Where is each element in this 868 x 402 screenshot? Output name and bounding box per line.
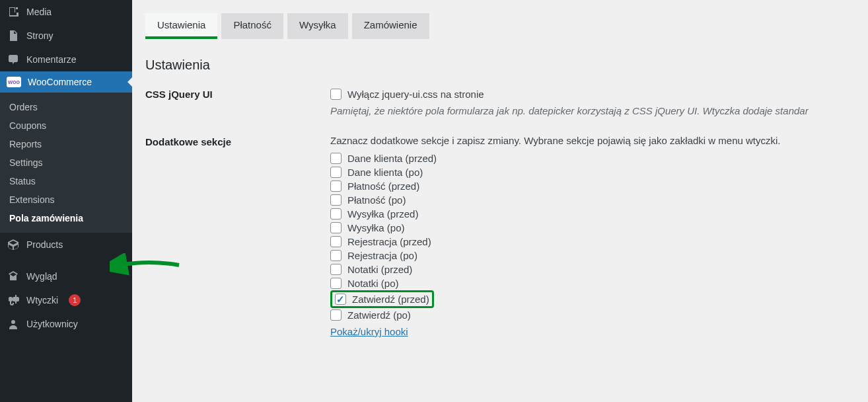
intro-text: Zaznacz dodatkowe sekcje i zapisz zmiany…	[330, 135, 855, 146]
row-css-jquery-ui: CSS jQuery UI Wyłącz jquery-ui.css na st…	[145, 87, 855, 116]
highlight-box: Zatwierdź (przed)	[330, 290, 434, 308]
checkbox-section-8[interactable]	[330, 264, 342, 275]
checkbox-section-1[interactable]	[330, 167, 342, 178]
sidebar-item-woocommerce[interactable]: woo WooCommerce	[0, 71, 132, 93]
checkbox-section-2[interactable]	[330, 181, 342, 192]
checkbox-disable-jquery-ui-css[interactable]	[330, 89, 342, 100]
checkbox-section-5[interactable]	[330, 222, 342, 233]
checkbox-section-11[interactable]	[330, 309, 342, 321]
form-label: CSS jQuery UI	[145, 87, 330, 100]
sidebar-sub-extensions[interactable]: Extensions	[0, 190, 132, 209]
appearance-icon	[7, 270, 20, 283]
checkbox-section-4[interactable]	[330, 208, 342, 220]
checkbox-section-0[interactable]	[330, 153, 342, 164]
checkbox-label: Płatność (przed)	[347, 181, 419, 192]
media-icon	[7, 5, 20, 19]
checkbox-label: Wysyłka (po)	[347, 222, 405, 233]
help-text: Pamiętaj, że niektóre pola formularza ja…	[330, 105, 855, 116]
sidebar-submenu: Orders Coupons Reports Settings Status E…	[0, 93, 132, 233]
checkbox-label: Zatwierdź (po)	[347, 309, 411, 321]
section-checkboxes: Dane klienta (przed)Dane klienta (po)Pła…	[330, 151, 855, 322]
checkbox-section-7[interactable]	[330, 250, 342, 261]
products-icon	[7, 238, 20, 251]
tab-wysylka[interactable]: Wysyłka	[287, 13, 348, 39]
sidebar-item-label: Products	[26, 239, 63, 250]
checkbox-label: Płatność (po)	[347, 194, 406, 206]
sidebar-item-pages[interactable]: Strony	[0, 24, 132, 48]
checkbox-label: Dane klienta (przed)	[347, 153, 437, 164]
checkbox-section-9[interactable]	[330, 278, 342, 289]
sidebar-item-label: Komentarze	[26, 54, 76, 65]
tabs: Ustawienia Płatność Wysyłka Zamówienie	[145, 13, 855, 39]
checkbox-label: Notatki (przed)	[347, 264, 412, 275]
checkbox-label: Rejestracja (przed)	[347, 236, 431, 247]
checkbox-label: Wyłącz jquery-ui.css na stronie	[347, 89, 484, 100]
sidebar-item-media[interactable]: Media	[0, 0, 132, 24]
pages-icon	[7, 29, 20, 42]
row-additional-sections: Dodatkowe sekcje Zaznacz dodatkowe sekcj…	[145, 135, 855, 337]
sidebar-sub-status[interactable]: Status	[0, 172, 132, 190]
sidebar-sub-orders[interactable]: Orders	[0, 98, 132, 116]
tab-zamowienie[interactable]: Zamówienie	[352, 13, 429, 39]
sidebar-sub-settings[interactable]: Settings	[0, 153, 132, 172]
sidebar-item-label: Strony	[26, 30, 53, 41]
svg-point-0	[11, 320, 15, 324]
sidebar-item-users[interactable]: Użytkownicy	[0, 312, 132, 336]
sidebar-item-label: Media	[26, 7, 52, 17]
woocommerce-icon: woo	[7, 77, 21, 87]
comments-icon	[7, 53, 20, 66]
sidebar-sub-coupons[interactable]: Coupons	[0, 116, 132, 135]
checkbox-section-10[interactable]	[335, 294, 346, 305]
sidebar-item-products[interactable]: Products	[0, 233, 132, 257]
tab-platnosc[interactable]: Płatność	[221, 13, 283, 39]
checkbox-label: Zatwierdź (przed)	[352, 294, 429, 305]
form-label: Dodatkowe sekcje	[145, 135, 330, 147]
sidebar-item-label: Wtyczki	[26, 295, 58, 305]
plugins-update-badge: 1	[69, 294, 81, 306]
checkbox-label: Wysyłka (przed)	[347, 208, 418, 220]
admin-sidebar: Media Strony Komentarze woo WooCommerce …	[0, 0, 132, 402]
checkbox-section-6[interactable]	[330, 236, 342, 247]
sidebar-item-label: Użytkownicy	[26, 319, 78, 329]
tab-ustawienia[interactable]: Ustawienia	[145, 13, 217, 39]
main-content: Ustawienia Płatność Wysyłka Zamówienie U…	[132, 0, 868, 402]
toggle-hooks-link[interactable]: Pokaż/ukryj hooki	[330, 326, 408, 337]
sidebar-item-label: WooCommerce	[28, 77, 92, 87]
checkbox-label: Notatki (po)	[347, 278, 399, 289]
section-title: Ustawienia	[145, 58, 855, 73]
sidebar-sub-pola-zamowienia[interactable]: Pola zamówienia	[0, 209, 132, 227]
checkbox-label: Rejestracja (po)	[347, 250, 417, 261]
sidebar-item-appearance[interactable]: Wygląd	[0, 264, 132, 288]
users-icon	[7, 317, 20, 331]
sidebar-sub-reports[interactable]: Reports	[0, 135, 132, 153]
sidebar-item-plugins[interactable]: Wtyczki 1	[0, 288, 132, 312]
checkbox-section-3[interactable]	[330, 194, 342, 206]
plugins-icon	[7, 294, 20, 307]
checkbox-label: Dane klienta (po)	[347, 167, 423, 178]
sidebar-item-comments[interactable]: Komentarze	[0, 48, 132, 71]
sidebar-item-label: Wygląd	[26, 271, 57, 282]
